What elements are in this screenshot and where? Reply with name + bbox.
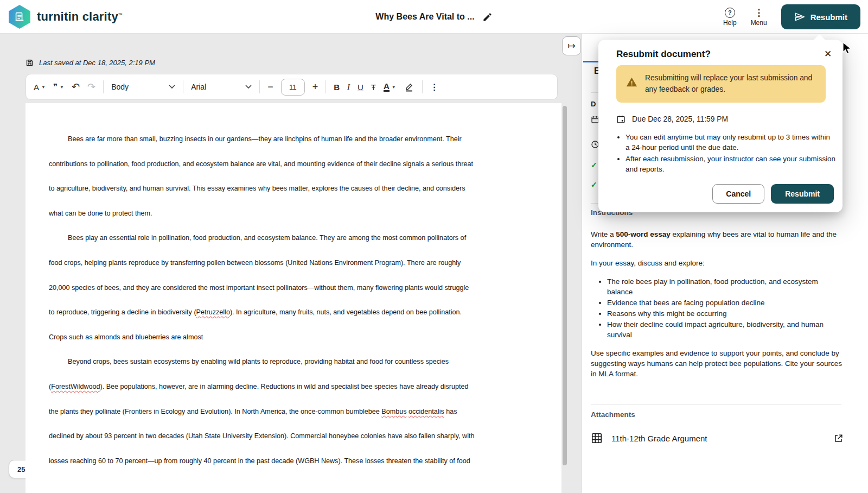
font-family-dropdown[interactable]: Arial — [191, 83, 252, 91]
close-dialog-button[interactable]: ✕ — [820, 46, 835, 61]
document-line[interactable]: Beyond crops, bees sustain ecosystems by… — [49, 350, 545, 375]
chevron-down-icon: ▼ — [41, 85, 46, 90]
toolbar-divider — [103, 80, 104, 93]
sidebar-partial-subheading: D — [591, 100, 596, 108]
help-icon: ? — [725, 8, 735, 18]
edit-title-pencil-icon[interactable] — [482, 12, 493, 22]
external-link-icon[interactable] — [833, 433, 844, 444]
document-line[interactable]: to reproduce, triggering a decline in bi… — [49, 300, 545, 325]
quote-icon: ❞ — [53, 82, 58, 92]
text-run: losses reaching 60 to 70 percent—up from… — [49, 457, 470, 465]
resubmit-button[interactable]: Resubmit — [781, 4, 860, 29]
document-line[interactable]: what can be done to protect them. — [49, 201, 545, 226]
instructions-body: Write a 500-word essay explaining why be… — [591, 229, 845, 387]
menu-button[interactable]: ⋮ Menu — [751, 8, 767, 27]
text-run: Bees play an essential role in pollinati… — [68, 234, 466, 242]
due-date-row: Due Dec 28, 2025, 11:59 PM — [616, 115, 728, 124]
document-line[interactable]: losses reaching 60 to 70 percent—up from… — [49, 449, 545, 474]
font-size-decrease-button[interactable]: − — [267, 81, 273, 93]
text-run: contributions to pollination, food produ… — [49, 160, 473, 168]
document-line[interactable]: declined by about 93 percent in two deca… — [49, 424, 545, 449]
text-run: Crops such as almonds and blueberries ar… — [49, 333, 203, 341]
menu-label: Menu — [751, 19, 767, 27]
kebab-menu-icon: ⋮ — [754, 8, 763, 18]
instructions-bullet: Evidence that bees are facing population… — [607, 298, 845, 308]
instructions-intro: Write a 500-word essay explaining why be… — [591, 229, 845, 250]
misspelled-word: Bombus — [381, 408, 406, 415]
font-color-icon: A — [384, 83, 390, 92]
text-run: 20,000 species of bees, and they are con… — [49, 284, 469, 292]
text-style-menu-button[interactable]: A ▼ — [34, 83, 46, 92]
document-line[interactable]: Crops such as almonds and blueberries ar… — [49, 325, 545, 350]
document-line[interactable]: to agriculture, biodiversity, and human … — [49, 176, 545, 201]
save-disk-icon — [25, 59, 34, 67]
modal-bullet-list: You can edit anytime but may only resubm… — [616, 132, 835, 175]
italic-button[interactable]: I — [347, 83, 350, 92]
toolbar-divider — [326, 80, 326, 93]
instructions-bullet: Reasons why this might be occurring — [607, 308, 845, 319]
paragraph-style-value: Body — [111, 83, 129, 91]
confirm-resubmit-button[interactable]: Resubmit — [771, 184, 834, 204]
brand-logo[interactable]: turnitin clarity™ — [8, 5, 123, 29]
last-saved-text: Last saved at Dec 18, 2025, 2:19 PM — [39, 59, 155, 67]
brand-wordmark: turnitin clarity™ — [37, 10, 123, 24]
text-run: declined by about 93 percent in two deca… — [49, 432, 475, 440]
highlighter-icon — [404, 81, 414, 92]
sidebar-divider — [591, 404, 841, 404]
modal-bullet: You can edit anytime but may only resubm… — [626, 132, 835, 153]
send-plane-icon — [794, 11, 805, 22]
document-title: Why Bees Are Vital to ... — [375, 12, 474, 22]
redo-icon: ↷ — [87, 81, 95, 93]
document-line[interactable]: Bees are far more than small, buzzing in… — [49, 127, 545, 152]
font-size-increase-button[interactable]: + — [312, 81, 318, 93]
document-page[interactable]: Bees are far more than small, buzzing in… — [25, 103, 561, 493]
collapse-panel-icon: ↦ — [567, 40, 575, 52]
formatting-toolbar: A ▼ ❞ ▼ ↶ ↷ Body Arial − 11 + — [25, 74, 558, 100]
highlight-button[interactable] — [404, 81, 414, 92]
paragraph-style-dropdown[interactable]: Body — [111, 83, 175, 91]
due-date-text: Due Dec 28, 2025, 11:59 PM — [632, 115, 728, 123]
toolbar-divider — [259, 80, 260, 93]
collapse-panel-button[interactable]: ↦ — [562, 36, 581, 55]
toolbar-more-button[interactable]: ⋮ — [430, 82, 439, 92]
undo-button[interactable]: ↶ — [72, 81, 80, 93]
strikethrough-button[interactable]: Ŧ — [371, 83, 376, 92]
font-color-button[interactable]: A ▼ — [384, 83, 396, 92]
document-line[interactable]: Bees play an essential role in pollinati… — [49, 226, 545, 251]
mouse-cursor — [843, 42, 852, 55]
top-header: turnitin clarity™ Why Bees Are Vital to … — [0, 0, 868, 34]
warning-triangle-icon — [626, 77, 637, 88]
text-run: to reproduce, triggering a decline in bi… — [49, 308, 196, 316]
resubmit-label: Resubmit — [810, 12, 847, 22]
resubmit-policy-list: You can edit anytime but may only resubm… — [616, 132, 835, 175]
instructions-bullet-list: The role bees play in pollination, food … — [591, 276, 845, 340]
help-button[interactable]: ? Help — [723, 8, 737, 27]
document-line[interactable]: (ForestWildwood). Bee populations, howev… — [49, 375, 545, 400]
document-line[interactable]: the plants they pollinate (Frontiers in … — [49, 400, 545, 425]
chevron-down-icon — [245, 85, 252, 89]
misspelled-word: occidentalis — [409, 408, 444, 415]
quote-menu-button[interactable]: ❞ ▼ — [53, 82, 64, 92]
attachments-heading: Attachments — [591, 410, 635, 419]
instructions-bullet: The role bees play in pollination, food … — [607, 276, 845, 297]
dialog-title: Resubmit document? — [616, 49, 711, 60]
instructions-outro: Use specific examples and evidence to su… — [591, 348, 845, 379]
font-size-input[interactable]: 11 — [281, 79, 305, 96]
document-lines: Bees are far more than small, buzzing in… — [49, 127, 545, 473]
toolbar-divider — [422, 80, 423, 93]
document-line[interactable]: food crops, helping plants reproduce by … — [49, 251, 545, 276]
redo-button[interactable]: ↷ — [87, 81, 95, 93]
bold-button[interactable]: B — [334, 83, 340, 92]
text-run: has — [444, 408, 457, 415]
underline-button[interactable]: U — [358, 83, 363, 92]
toolbar-divider — [183, 80, 183, 93]
chevron-down-icon: ▼ — [392, 85, 396, 90]
cancel-button[interactable]: Cancel — [712, 184, 764, 204]
check-icon: ✓ — [591, 161, 597, 169]
attachment-item[interactable]: 11th-12th Grade Argument — [591, 429, 844, 447]
editor-scrollbar[interactable] — [563, 106, 567, 465]
document-line[interactable]: contributions to pollination, food produ… — [49, 152, 545, 177]
font-family-value: Arial — [191, 83, 206, 91]
instructions-discuss-label: In your essay, discuss and explore: — [591, 258, 845, 268]
document-line[interactable]: 20,000 species of bees, and they are con… — [49, 276, 545, 301]
